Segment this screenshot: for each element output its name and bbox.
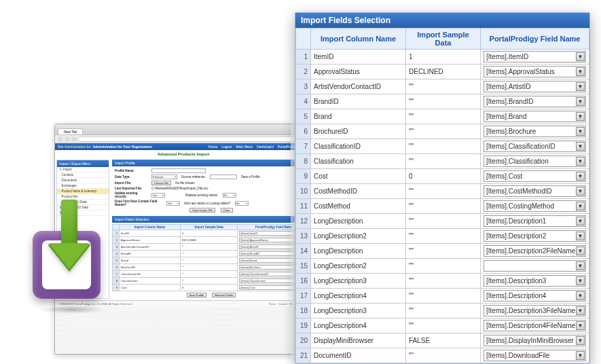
cell-column-name: LongDescription2	[311, 259, 406, 274]
field-mapping-select[interactable]: [Items].Description1▼	[484, 215, 586, 227]
field-mapping-select[interactable]: [Items].Brand▼	[484, 111, 586, 122]
field-mapping-select[interactable]: [Items].Classification▼	[484, 156, 586, 167]
cell-sample-data: ""	[406, 348, 481, 363]
field-mapping-select[interactable]: [Items].Description2▼	[484, 230, 586, 242]
open-import-file-button[interactable]: Open Import File	[189, 208, 215, 213]
field-mapping-select[interactable]: [Items].Cost▼	[484, 170, 586, 182]
cell-sample-data: ""	[406, 274, 481, 289]
source-ref-input[interactable]	[210, 175, 237, 179]
sidebar-item[interactable]: · Documents	[57, 178, 109, 183]
data-type-select[interactable]: Products	[151, 175, 177, 179]
field-mapping-select[interactable]: [Items].ApprovalStatus▼	[484, 66, 586, 77]
field-mapping-select[interactable]: [Items].BrandID▼	[484, 96, 586, 107]
first-row-select[interactable]: Yes	[166, 201, 180, 206]
dropdown-arrow-icon[interactable]: ▼	[576, 306, 585, 315]
reload-button[interactable]	[71, 136, 77, 142]
dropdown-arrow-icon[interactable]: ▼	[576, 187, 585, 196]
row-number: 19	[296, 318, 311, 333]
dropdown-arrow-icon[interactable]: ▼	[576, 217, 585, 225]
import-profile-title: Import Profile	[112, 160, 310, 166]
sidebar-item[interactable]: · Product Kits	[57, 194, 109, 200]
add-new-select[interactable]: No	[235, 201, 249, 206]
sidebar-item[interactable]: · Contacts	[57, 172, 109, 178]
cell-column-name: LongDescription3	[311, 274, 406, 289]
label-import-file: Import File:	[115, 181, 147, 185]
address-bar[interactable]	[78, 136, 302, 142]
field-mapping-select[interactable]: [Items].Description2FileName▼	[484, 245, 586, 257]
cell-field-select: [Items].DisplayInMiniBrowser▼	[481, 333, 589, 348]
table-row: 4BrandID""[Items].BrandID▼	[296, 94, 589, 109]
nav-main-menu[interactable]: Main Menu	[236, 145, 253, 149]
row-number: 5	[296, 109, 311, 124]
replace-existing-select[interactable]: No	[223, 193, 236, 198]
cell-sample-data: DECLINED	[406, 65, 481, 79]
dropdown-arrow-icon[interactable]: ▼	[576, 67, 585, 76]
dropdown-arrow-icon[interactable]: ▼	[576, 351, 585, 360]
dropdown-arrow-icon[interactable]: ▼	[576, 82, 585, 91]
row-number: 20	[296, 333, 311, 348]
cell-column-name: ClassificationID	[311, 139, 406, 154]
field-mapping-select[interactable]: [Items].Description3FileName▼	[484, 305, 586, 316]
row-number: 8	[296, 154, 311, 169]
field-mapping-select[interactable]: [Items].CostingMethod▼	[484, 200, 586, 212]
dropdown-arrow-icon[interactable]: ▼	[576, 336, 585, 345]
table-row: 19LongDescription4""[Items].Description4…	[296, 318, 589, 333]
label-replace-existing: Replace existing values:	[185, 194, 219, 197]
dropdown-arrow-icon[interactable]: ▼	[576, 142, 585, 151]
sidebar-item[interactable]: · Exchanges	[57, 183, 109, 189]
last-imported-value: C:\WebsiteIMAGES\Temp\Import_File.csv	[151, 187, 208, 190]
dropdown-arrow-icon[interactable]: ▼	[576, 232, 585, 240]
dropdown-arrow-icon[interactable]: ▼	[576, 112, 585, 121]
nav-links: Home Logout Main Menu Dashboard PortalPr…	[208, 145, 309, 149]
cell-sample-data: ""	[406, 318, 481, 333]
field-mapping-select[interactable]: [Items].ClassificationID▼	[484, 141, 586, 152]
cell-sample-data: ""	[406, 124, 481, 139]
dropdown-arrow-icon[interactable]: ▼	[576, 202, 585, 211]
dropdown-arrow-icon[interactable]: ▼	[576, 261, 585, 270]
cell-field-select: [Items].DownloadFile▼	[481, 348, 589, 363]
field-mapping-select[interactable]: [Items].DownloadFile▼	[484, 350, 586, 361]
cell-field-select: [Items].ClassificationID▼	[481, 139, 589, 154]
dropdown-arrow-icon[interactable]: ▼	[576, 172, 585, 181]
browser-tab[interactable]: New Tab	[58, 128, 83, 134]
dropdown-arrow-icon[interactable]: ▼	[576, 157, 585, 166]
cell-field-select: [Items].ApprovalStatus▼	[481, 65, 589, 79]
cell-column-name: LongDescription3	[311, 304, 406, 318]
dropdown-arrow-icon[interactable]: ▼	[576, 321, 585, 330]
sidebar-item[interactable]: · Product Items & Inventory	[57, 189, 109, 194]
sidebar-title: Import / Export Menu	[57, 160, 109, 167]
field-mapping-select[interactable]: [Items].ArtistID▼	[484, 81, 586, 92]
dropdown-arrow-icon[interactable]: ▼	[576, 291, 585, 300]
sidebar-item[interactable]: 1. Import	[57, 167, 109, 172]
nav-dashboard[interactable]: Dashboard	[257, 145, 273, 149]
field-mapping-select[interactable]: [Items].DisplayInMiniBrowser▼	[484, 335, 586, 346]
table-row: 21DocumentID""[Items].DownloadFile▼	[296, 348, 589, 363]
clear-button[interactable]: Clear	[221, 208, 233, 213]
row-number: 12	[296, 214, 311, 229]
field-mapping-select[interactable]: [Items].ItemID▼	[484, 51, 586, 62]
cell-sample-data: ""	[406, 199, 481, 214]
field-mapping-select[interactable]: [Items].Brochure▼	[484, 126, 586, 137]
forward-button[interactable]	[65, 136, 70, 142]
download-icon	[26, 204, 114, 312]
back-button[interactable]	[58, 136, 63, 142]
mini-fields-title: Import Fields Selection	[112, 216, 310, 223]
dropdown-arrow-icon[interactable]: ▼	[576, 247, 585, 255]
choose-file-button[interactable]: Choose File	[151, 181, 171, 185]
cell-field-select: [Items].Description4▼	[481, 289, 589, 304]
field-mapping-select[interactable]: [Items].CostMethodID▼	[484, 185, 586, 197]
nav-logout[interactable]: Logout	[221, 145, 232, 149]
cell-column-name: LongDescription4	[311, 289, 406, 304]
mini-col-name: Import Column Name	[120, 225, 181, 230]
nav-home[interactable]: Home	[208, 145, 217, 149]
update-records-select[interactable]: Yes	[151, 193, 165, 198]
dropdown-arrow-icon[interactable]: ▼	[576, 127, 585, 136]
field-mapping-select[interactable]: [Items].Description3▼	[484, 275, 586, 287]
field-mapping-select[interactable]: [Items].Description4▼	[484, 290, 586, 302]
dropdown-arrow-icon[interactable]: ▼	[576, 52, 585, 61]
dropdown-arrow-icon[interactable]: ▼	[576, 97, 585, 106]
dropdown-arrow-icon[interactable]: ▼	[576, 276, 585, 285]
profile-name-input[interactable]	[151, 168, 206, 173]
field-mapping-select[interactable]: [Items].Description4FileName▼	[484, 320, 586, 331]
field-mapping-select[interactable]: ▼	[484, 260, 586, 272]
